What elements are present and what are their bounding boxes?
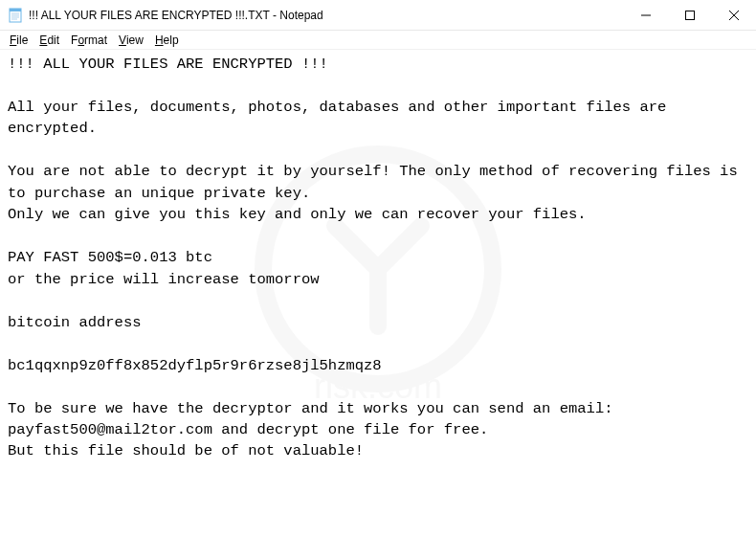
body-text: !!! ALL YOUR FILES ARE ENCRYPTED !!! All… xyxy=(8,56,746,459)
svg-rect-7 xyxy=(686,11,695,19)
window-controls xyxy=(624,0,756,30)
close-icon xyxy=(729,11,739,20)
menubar: File Edit Format View Help xyxy=(0,31,756,50)
minimize-icon xyxy=(641,11,651,20)
maximize-icon xyxy=(685,11,695,20)
window-title: !!! ALL YOUR FILES ARE ENCRYPTED !!!.TXT… xyxy=(29,9,624,22)
minimize-button[interactable] xyxy=(624,0,668,30)
menu-view[interactable]: View xyxy=(113,32,149,49)
text-content[interactable]: !!! ALL YOUR FILES ARE ENCRYPTED !!! All… xyxy=(0,50,756,537)
close-button[interactable] xyxy=(712,0,756,30)
notepad-icon xyxy=(8,8,23,23)
menu-help[interactable]: Help xyxy=(149,32,185,49)
menu-format[interactable]: Format xyxy=(65,32,113,49)
svg-rect-1 xyxy=(10,9,21,11)
maximize-button[interactable] xyxy=(668,0,712,30)
menu-edit[interactable]: Edit xyxy=(33,32,65,49)
titlebar[interactable]: !!! ALL YOUR FILES ARE ENCRYPTED !!!.TXT… xyxy=(0,0,756,31)
menu-file[interactable]: File xyxy=(4,32,33,49)
